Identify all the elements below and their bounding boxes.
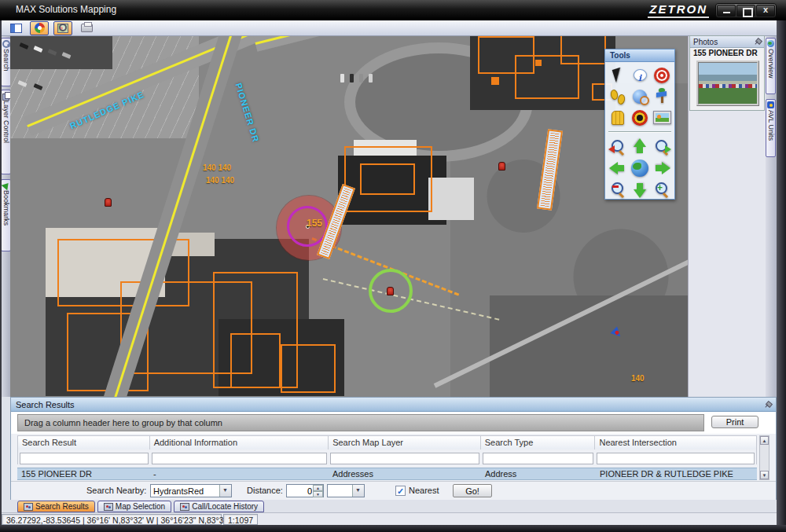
map-tools-toggle-button[interactable] [53,21,72,35]
go-button[interactable]: Go! [453,484,492,497]
result-row-selected[interactable]: 155 PIONEER DR - Addresses Address PIONE… [17,468,757,480]
filter-search-type[interactable] [483,453,594,464]
coordinates-readout: 36.27292,-83.53645 | 36°16' N,83°32' W |… [2,514,222,525]
search-nearby-combo[interactable]: HydrantsRed [150,484,232,497]
filter-nearest-intersection[interactable] [597,453,755,464]
chevron-down-icon[interactable] [219,485,231,497]
distance-spinner[interactable]: ▲ ▼ [286,484,324,497]
sidebar-tab-avl-units[interactable]: AVL Units [766,99,776,157]
search-icon [2,40,9,47]
tool-footprints[interactable] [607,86,629,107]
print-button[interactable]: Print [711,416,758,428]
sidebar-tab-overview[interactable]: Overview [766,38,776,94]
cell-search-map-layer: Addresses [329,468,481,479]
tool-signpost[interactable] [651,86,673,107]
distance-unit-combo[interactable] [327,484,365,497]
tool-search-globe[interactable] [629,86,651,107]
search-results-panel: Search Results Drag a column header here… [10,397,777,500]
panel-layout-button[interactable] [6,21,25,35]
pin-icon[interactable] [751,36,762,47]
hydrant-marker [498,162,505,171]
cell-additional-information: - [149,468,329,479]
printer-icon [81,24,93,32]
search-nearby-label: Search Nearby: [86,486,146,495]
photos-panel-header: Photos [690,36,764,48]
tool-pan-right[interactable] [651,157,673,178]
tool-pan-up[interactable] [629,136,651,157]
road-rutledge-pike-bend [254,36,365,52]
world-icon [631,160,648,177]
car [350,74,354,83]
avl-icon [767,101,774,108]
parcel-mark [491,77,499,85]
sidebar-tab-layer-control-label: Layer Control [2,101,10,143]
tools-palette: Tools + [604,49,675,200]
map-tools-icon [57,24,68,33]
tool-target[interactable] [651,64,673,86]
column-header-nearest-intersection[interactable]: Nearest Intersection [595,436,756,449]
parcel-mark [535,60,542,66]
tool-pointer[interactable] [607,64,629,86]
target-icon [654,68,670,83]
search-results-header: Search Results [11,398,776,412]
column-header-search-map-layer[interactable]: Search Map Layer [329,436,481,449]
scroll-up-arrow[interactable]: ▲ [760,436,769,445]
sidebar-tab-search-label: Search [2,49,10,72]
results-table-header: Search Result Additional Information Sea… [17,435,757,449]
tools-palette-header[interactable]: Tools [605,50,674,62]
map-canvas[interactable]: RUTLEDGE PIKE PIONEER DR 140 140 140 140… [10,36,688,397]
nearest-checkbox[interactable] [395,486,406,496]
tools-separator [608,131,671,133]
pan-right-icon [653,160,670,176]
column-header-additional-information[interactable]: Additional Information [150,436,329,449]
zetron-logo: ZETRON [648,2,709,18]
pin-icon[interactable] [762,398,773,409]
sidebar-tab-avl-units-label: AVL Units [767,110,775,141]
column-header-search-type[interactable]: Search Type [481,436,596,449]
maximize-button[interactable] [736,5,755,17]
tab-call-locate-history[interactable]: Call/Locate History [174,501,264,512]
distance-input[interactable] [288,486,312,496]
tool-zoom-out[interactable] [607,178,629,200]
minimize-button[interactable] [717,5,736,17]
column-header-search-result[interactable]: Search Result [18,436,150,449]
tool-info[interactable] [629,64,651,86]
tool-bullseye[interactable] [629,107,651,128]
photos-toggle-button[interactable] [30,21,49,35]
tool-pan-down[interactable] [629,178,651,200]
tool-zoom-previous[interactable] [607,136,629,157]
tab-map-selection[interactable]: Map Selection [97,501,171,512]
print-button-toolbar[interactable] [77,21,96,35]
search-globe-icon [633,90,647,104]
results-scrollbar[interactable]: ▲ ▼ [759,435,769,480]
spin-down-icon[interactable]: ▼ [313,491,323,497]
panel-layout-icon [10,24,22,33]
layers-icon [2,92,9,99]
tool-pan-hand[interactable] [607,107,629,128]
photo-thumbnail[interactable] [696,61,759,106]
tool-world-extent[interactable] [629,157,651,178]
scroll-down-arrow[interactable]: ▼ [760,471,769,479]
tab-search-results[interactable]: Search Results [17,501,95,512]
filter-search-map-layer[interactable] [330,453,479,464]
globe-icon [767,40,774,47]
filter-additional-information[interactable] [152,453,328,464]
chevron-down-icon[interactable] [352,485,364,497]
title-bar[interactable]: MAX Solutions Mapping ZETRON [0,0,786,20]
group-by-drop-zone[interactable]: Drag a column header here to group by th… [17,414,704,431]
tools-grid-bottom: + [605,134,674,202]
image-icon [654,112,670,123]
spin-up-icon[interactable]: ▲ [313,485,323,491]
zoom-out-icon [610,182,626,197]
tool-zoom-in[interactable]: + [651,178,673,200]
filter-search-result[interactable] [20,453,149,464]
tool-zoom-next[interactable] [651,136,673,157]
car [340,74,344,83]
distance-label: Distance: [247,486,283,495]
pointer-icon [612,68,624,83]
tool-image[interactable] [651,107,673,128]
tool-pan-left[interactable] [607,157,629,178]
map-page-icon [104,503,113,511]
hand-icon [612,111,624,125]
close-button[interactable] [756,5,775,17]
